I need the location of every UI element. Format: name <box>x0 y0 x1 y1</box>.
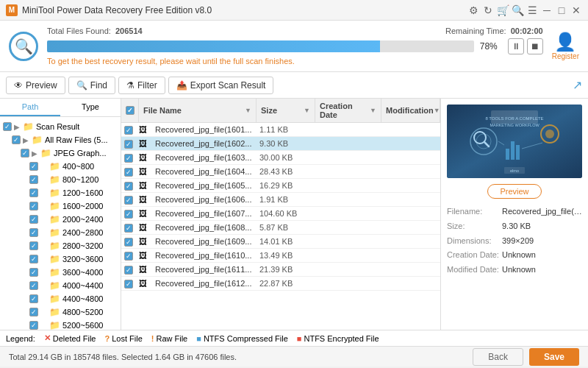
tree-item[interactable]: 📁 800~1200 <box>0 173 121 186</box>
row-checkbox[interactable] <box>121 208 139 220</box>
row-checkbox[interactable] <box>121 166 139 178</box>
file-checkbox[interactable] <box>124 126 133 135</box>
tree-checkbox[interactable] <box>29 255 38 263</box>
tree-checkbox[interactable] <box>29 175 38 184</box>
maximize-button[interactable]: □ <box>556 4 567 16</box>
table-row[interactable]: 🖼 Recovered_jpg_file(1612... 22.87 KB <box>121 277 440 291</box>
tree-item[interactable]: 📁 1200~1600 <box>0 186 121 199</box>
tab-type[interactable]: Type <box>60 99 121 116</box>
table-row[interactable]: 🖼 Recovered_jpg_file(1602... 9.30 KB <box>121 137 440 151</box>
file-checkbox[interactable] <box>124 154 133 163</box>
tree-item[interactable]: 📁 400~800 <box>0 160 121 173</box>
tree-item[interactable]: 📁 3200~3600 <box>0 252 121 266</box>
close-button[interactable]: ✕ <box>570 4 582 16</box>
tree-item[interactable]: ▶ 📁 Scan Result <box>0 120 121 133</box>
settings-icon[interactable]: ⚙ <box>467 4 479 16</box>
tree-checkbox[interactable] <box>29 215 38 224</box>
tree-container[interactable]: ▶ 📁 Scan Result ▶ 📁 All Raw Files (5... … <box>0 117 121 330</box>
row-checkbox[interactable] <box>121 277 139 290</box>
file-rows[interactable]: 🖼 Recovered_jpg_file(1601... 1.11 KB 🖼 R… <box>121 123 440 330</box>
file-checkbox[interactable] <box>124 266 133 275</box>
tree-checkbox[interactable] <box>29 268 38 277</box>
tree-item[interactable]: 📁 3600~4000 <box>0 266 121 279</box>
table-row[interactable]: 🖼 Recovered_jpg_file(1606... 1.91 KB <box>121 193 440 207</box>
table-row[interactable]: 🖼 Recovered_jpg_file(1605... 16.29 KB <box>121 179 440 193</box>
search-icon[interactable]: 🔍 <box>512 4 523 16</box>
pause-button[interactable]: ⏸ <box>508 38 524 54</box>
register-button[interactable]: 👤 Register <box>552 32 579 60</box>
tree-item[interactable]: 📁 1600~2000 <box>0 199 121 213</box>
tree-item[interactable]: 📁 4000~4400 <box>0 279 121 292</box>
table-row[interactable]: 🖼 Recovered_jpg_file(1611... 21.39 KB <box>121 263 440 277</box>
file-checkbox[interactable] <box>124 238 133 247</box>
tree-checkbox[interactable] <box>29 308 38 316</box>
tree-checkbox[interactable] <box>29 321 38 330</box>
row-checkbox[interactable] <box>121 250 139 262</box>
file-checkbox[interactable] <box>124 280 133 289</box>
tree-checkbox[interactable] <box>29 188 38 197</box>
row-checkbox[interactable] <box>121 180 139 192</box>
table-row[interactable]: 🖼 Recovered_jpg_file(1601... 1.11 KB <box>121 123 440 137</box>
refresh-icon[interactable]: ↻ <box>482 4 494 16</box>
tree-checkbox[interactable] <box>3 122 12 131</box>
table-row[interactable]: 🖼 Recovered_jpg_file(1609... 14.01 KB <box>121 235 440 249</box>
menu-icon[interactable]: ☰ <box>526 4 538 16</box>
tree-checkbox[interactable] <box>29 228 38 237</box>
header-modification[interactable]: Modification ▼ <box>381 99 440 122</box>
tree-item[interactable]: 📁 2400~2800 <box>0 226 121 239</box>
table-row[interactable]: 🖼 Recovered_jpg_file(1610... 13.49 KB <box>121 249 440 263</box>
file-checkbox[interactable] <box>124 168 133 177</box>
tree-checkbox[interactable] <box>29 281 38 290</box>
tree-checkbox[interactable] <box>29 202 38 210</box>
scan-controls: ⏸ ⏹ <box>508 38 543 54</box>
tree-item[interactable]: 📁 5200~5600 <box>0 319 121 330</box>
file-checkbox[interactable] <box>124 210 133 219</box>
find-button[interactable]: 🔍 Find <box>68 77 115 94</box>
header-size[interactable]: Size ▼ <box>257 99 315 122</box>
file-checkbox[interactable] <box>124 196 133 205</box>
tree-item[interactable]: 📁 2800~3200 <box>0 239 121 252</box>
tree-item[interactable]: 📁 4800~5200 <box>0 305 121 319</box>
header-checkbox[interactable] <box>121 99 139 122</box>
tree-checkbox[interactable] <box>29 241 38 250</box>
back-button[interactable]: Back <box>473 348 523 366</box>
tree-item[interactable]: ▶ 📁 All Raw Files (5... <box>0 133 121 146</box>
row-checkbox[interactable] <box>121 124 139 136</box>
tree-item[interactable]: 📁 2000~2400 <box>0 213 121 226</box>
tab-path[interactable]: Path <box>0 99 60 116</box>
toolbar-right-action[interactable]: ↗ <box>573 78 582 92</box>
preview-info: Filename: Recovered_jpg_file(1602).jpg S… <box>447 205 582 277</box>
table-row[interactable]: 🖼 Recovered_jpg_file(1608... 5.87 KB <box>121 221 440 235</box>
select-all-checkbox[interactable] <box>126 106 135 115</box>
file-size: 16.29 KB <box>257 179 315 192</box>
row-checkbox[interactable] <box>121 138 139 150</box>
row-checkbox[interactable] <box>121 236 139 248</box>
tree-item[interactable]: ▶ 📁 JPEG Graph... <box>0 146 121 160</box>
row-checkbox[interactable] <box>121 152 139 164</box>
filter-button[interactable]: ⚗ Filter <box>118 77 165 94</box>
header-creation-date[interactable]: Creation Date ▼ <box>315 99 381 122</box>
row-checkbox[interactable] <box>121 194 139 206</box>
tree-checkbox[interactable] <box>12 135 21 144</box>
tree-item[interactable]: 📁 4400~4800 <box>0 292 121 305</box>
stop-button[interactable]: ⏹ <box>527 38 543 54</box>
tree-checkbox[interactable] <box>29 294 38 303</box>
file-checkbox[interactable] <box>124 140 133 149</box>
preview-action-button[interactable]: Preview <box>487 184 541 199</box>
header-filename[interactable]: File Name ▼ <box>139 99 257 122</box>
shop-icon[interactable]: 🛒 <box>497 4 509 16</box>
table-row[interactable]: 🖼 Recovered_jpg_file(1604... 28.43 KB <box>121 165 440 179</box>
file-checkbox[interactable] <box>124 182 133 191</box>
table-row[interactable]: 🖼 Recovered_jpg_file(1607... 104.60 KB <box>121 207 440 221</box>
tree-checkbox[interactable] <box>21 149 29 158</box>
row-checkbox[interactable] <box>121 263 139 276</box>
export-button[interactable]: 📤 Export Scan Result <box>168 77 274 94</box>
file-checkbox[interactable] <box>124 224 133 233</box>
tree-checkbox[interactable] <box>29 162 38 171</box>
file-checkbox[interactable] <box>124 252 133 261</box>
minimize-button[interactable]: ─ <box>541 4 553 16</box>
table-row[interactable]: 🖼 Recovered_jpg_file(1603... 30.00 KB <box>121 151 440 165</box>
save-button[interactable]: Save <box>529 348 579 366</box>
row-checkbox[interactable] <box>121 222 139 234</box>
preview-button[interactable]: 👁 Preview <box>6 77 65 94</box>
